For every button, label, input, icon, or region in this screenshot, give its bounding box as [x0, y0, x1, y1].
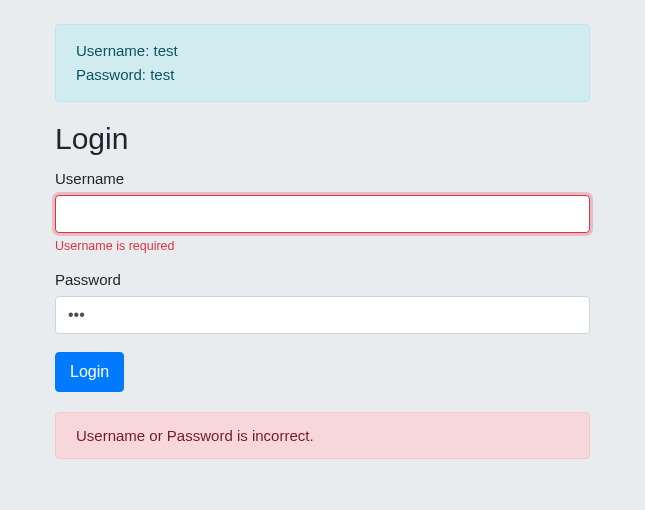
username-label: Username [55, 170, 590, 187]
hint-username: Username: test [76, 40, 569, 63]
credentials-hint: Username: test Password: test [55, 24, 590, 102]
hint-password: Password: test [76, 64, 569, 87]
password-group: Password [55, 271, 590, 334]
password-input[interactable] [55, 296, 590, 334]
page-title: Login [55, 122, 590, 156]
username-group: Username Username is required [55, 170, 590, 253]
login-button[interactable]: Login [55, 352, 124, 392]
username-input[interactable] [55, 195, 590, 233]
username-error: Username is required [55, 239, 590, 253]
error-alert: Username or Password is incorrect. [55, 412, 590, 459]
password-label: Password [55, 271, 590, 288]
